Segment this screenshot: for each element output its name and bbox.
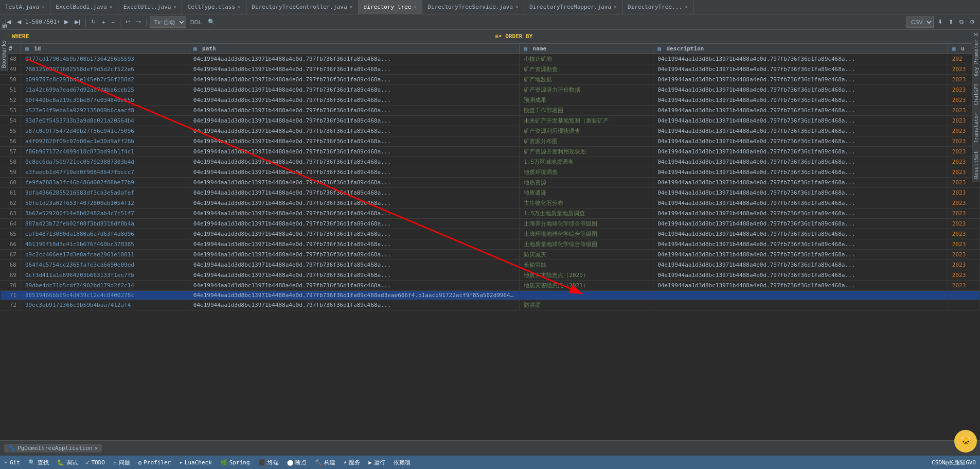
right-panel-keypromote[interactable]: Key Promoter X (972, 30, 980, 79)
cell-year (948, 291, 979, 300)
left-panel-bookmarks[interactable]: Bookmarks (0, 37, 8, 71)
tab-dirtree2-close[interactable]: × (685, 4, 688, 10)
status-spring[interactable]: 🌿 Spring (220, 459, 250, 466)
status-lua[interactable]: ✦ LuaCheck (179, 459, 212, 466)
cell-id: fe9fa7883a3fc46b486d002f88be77b9 (21, 178, 189, 188)
status-search[interactable]: 🔍 查找 (28, 459, 49, 466)
debug-app-close[interactable]: × (95, 445, 98, 451)
tab-directorytree-close[interactable]: × (414, 4, 417, 10)
table-row[interactable]: 64 887a423b72feb02f08f3bd8318df0b4a 04e1… (1, 219, 980, 229)
cell-name: 地质环境调查 (520, 167, 653, 178)
ddl-btn[interactable]: DDL (188, 18, 204, 26)
where-section[interactable]: ▼ WHERE (0, 30, 490, 43)
status-profiler[interactable]: ◎ Profiler (138, 459, 171, 466)
table-row[interactable]: 63 3b67e529200f14e8b02482ab4c7c51f7 04e1… (1, 209, 980, 219)
table-row[interactable]: 48 0177cd1790a4b9b708b17364256b5593 04e1… (1, 54, 980, 64)
tab-dircontroller-close[interactable]: × (350, 4, 353, 10)
tab-excelbudi[interactable]: ExcelBuddi.java × (50, 0, 118, 14)
table-row[interactable]: 62 50fe1d23a02f653f4072600eb1054f12 04e1… (1, 198, 980, 209)
tab-dirmapper-close[interactable]: × (614, 4, 617, 10)
table-row[interactable]: 70 89dbe4dc71b5cdf74902bd179d2f2c14 04e1… (1, 281, 980, 291)
tab-excelbudi-close[interactable]: × (110, 4, 113, 10)
tab-excelutil[interactable]: ExcelUtil.java × (118, 0, 183, 14)
right-panel-chatgpt[interactable]: ChatGPT (972, 80, 980, 108)
table-row[interactable]: 67 b9c2cc466ee17d3e0afcae2961e18811 04e1… (1, 250, 980, 260)
tab-celltype[interactable]: CellType.class × (182, 0, 246, 14)
table-row[interactable]: 59 e3feecb1d47719ed0f90848647fbccc7 04e1… (1, 167, 980, 178)
undo-btn[interactable]: ↩ (123, 18, 132, 26)
table-row[interactable]: 58 0c8ec6da7509721ec057923887303b4d 04e1… (1, 157, 980, 167)
table-row[interactable]: 53 b527e54f9eba1a9292135009b6caacf8 04e1… (1, 106, 980, 116)
redo-btn[interactable]: ↪ (134, 18, 143, 26)
table-row[interactable]: 65 eafb48713080da1880a6a7d63f4a8d96 04e1… (1, 229, 980, 239)
refresh-btn[interactable]: ↻ (89, 18, 98, 26)
tab-testa-close[interactable]: × (42, 4, 45, 10)
download-btn[interactable]: ⬇ (936, 18, 945, 26)
table-row[interactable]: 54 93d7e0f5453733b3a9d8d021a20564b4 04e1… (1, 116, 980, 126)
tab-dirservice-close[interactable]: × (515, 4, 519, 10)
export-select[interactable]: CSV (906, 16, 934, 28)
col-description[interactable]: ▦ description (653, 44, 948, 54)
cell-rownum: 58 (1, 157, 21, 167)
status-run[interactable]: ▶ 运行 (368, 459, 385, 466)
table-row[interactable]: 69 0cf3d411a1e6964203b663133f1ec7fb 04e1… (1, 270, 980, 281)
remove-row-btn[interactable]: − (109, 18, 116, 26)
search-btn[interactable]: 🔍 (206, 18, 217, 26)
table-row[interactable]: 49 78832509971602558def9d5d2cf522e6 04e1… (1, 64, 980, 75)
status-dependency[interactable]: 依赖项 (394, 459, 411, 466)
status-debug[interactable]: 🐛 调试 (57, 459, 78, 466)
status-git[interactable]: ⑂ Git (4, 459, 20, 466)
status-breakpoint[interactable]: ⬤ 断点 (287, 459, 307, 466)
status-terminal[interactable]: ⬛ 终端 (258, 459, 279, 466)
settings-btn[interactable]: ⚙ (968, 18, 977, 26)
status-todo[interactable]: ✓ TODO (86, 459, 105, 466)
cell-path: 04e19944aa1d3d8bc13971b4488a4e0d.797fb73… (189, 147, 519, 157)
add-row-btn[interactable]: + (100, 18, 107, 26)
table-row[interactable]: 61 9dfa49662855216683df3ca3e5a0afef 04e1… (1, 188, 980, 198)
col-name-icon: ▦ (524, 45, 527, 52)
cell-year: 2023 (948, 270, 979, 281)
status-build[interactable]: 🔨 构建 (315, 459, 335, 466)
tab-dirservice[interactable]: DirectoryTreeService.java × (422, 0, 524, 14)
tab-dirmapper[interactable]: DirectoryTreeMapper.java × (524, 0, 622, 14)
tab-celltype-close[interactable]: × (238, 4, 241, 10)
user-label: CSDN@长腿猫GVO (932, 459, 976, 466)
col-id[interactable]: ▦ id (21, 44, 189, 54)
table-row[interactable]: 57 f86b967172c4099d18c873bd9db1f4c1 04e1… (1, 147, 980, 157)
table-row[interactable]: 56 a4f092820f09c07d80ac1e30d9aff28b 04e1… (1, 136, 980, 147)
right-panel-resultset[interactable]: ResultSet (972, 148, 980, 182)
tx-select[interactable]: Tx: 自动 (150, 16, 186, 28)
next-page-btn[interactable]: ▶ (62, 18, 70, 26)
tab-testa[interactable]: TestA.java × (0, 0, 50, 14)
status-problem[interactable]: ⚠ 问题 (113, 459, 130, 466)
table-row[interactable]: 55 a87c0e9f75472d40b27f56e941c75096 04e1… (1, 126, 980, 136)
debug-app-tab[interactable]: 🐾 PgDemoItreeApplication × (4, 444, 102, 453)
upload-btn[interactable]: ⬆ (947, 18, 955, 26)
right-panel-translator[interactable]: Translator (972, 109, 980, 146)
left-panel-structure[interactable]: 结构 (0, 30, 8, 36)
first-page-btn[interactable]: |◀ (3, 18, 13, 26)
table-row[interactable]: 71 88519466bb69c4d439c12c4c0400278c 04e1… (1, 291, 980, 300)
col-name[interactable]: ▦ name (520, 44, 653, 54)
tab-excelutil-close[interactable]: × (173, 4, 176, 10)
table-row[interactable]: 68 064f4c5754cc2365fafe3ca6690e09ed 04e1… (1, 260, 980, 270)
table-row[interactable]: 66 461196f18d3c41c9b676f460bc378385 04e1… (1, 239, 980, 250)
table-row[interactable]: 51 11a42c699a7ead67d92aa7d4ba6ceb25 04e1… (1, 85, 980, 95)
prev-page-btn[interactable]: ◀ (15, 18, 23, 26)
table-row[interactable]: 72 99ec3ab9171366c9b59b4baa7412af4 04e19… (1, 300, 980, 310)
tab-dirtree2[interactable]: DirectoryTree... × (622, 0, 693, 14)
cell-path: 04e19944aa1d3d8bc13971b4488a4e0d.797fb73… (189, 229, 519, 239)
table-row[interactable]: 52 60f449bc8a219c30be877e034840e65b 04e1… (1, 95, 980, 106)
status-services[interactable]: ⚡ 服务 (344, 459, 361, 466)
status-bar: ⑂ Git 🔍 查找 🐛 调试 ✓ TODO ⚠ 问题 ◎ Profiler ✦… (0, 456, 980, 469)
col-path[interactable]: ▦ path (189, 44, 519, 54)
tab-dircontroller[interactable]: DirectoryTreeController.java × (246, 0, 358, 14)
last-page-btn[interactable]: ▶| (73, 18, 82, 26)
table-row[interactable]: 60 fe9fa7883a3fc46b486d002f88be77b9 04e1… (1, 178, 980, 188)
orderby-section[interactable]: ≡• ORDER BY (490, 30, 981, 43)
filter-col-btn[interactable]: ⧉ (957, 18, 966, 26)
tab-directorytree[interactable]: directory_tree × (359, 0, 423, 14)
cell-desc: 04e19944aa1d3d8bc13971b4488a4e0d.797fb73… (653, 281, 948, 291)
table-row[interactable]: 50 b099797c8c293bd5e145eb7c56f258d2 04e1… (1, 75, 980, 85)
user-avatar[interactable]: 🐱 (954, 430, 977, 453)
